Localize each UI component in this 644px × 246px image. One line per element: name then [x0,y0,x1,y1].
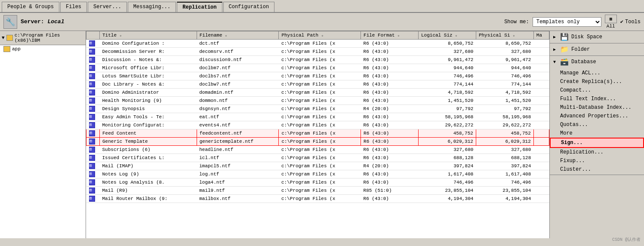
files-table: Title ⬦ Filename ⬦ Physical Path ⬦ File … [86,31,549,203]
right-content: Title ⬦ Filename ⬦ Physical Path ⬦ File … [86,31,644,238]
menu-item-compact---[interactable]: Compact... [550,86,644,95]
database-icon: 🗃️ [560,58,569,66]
row-max [533,64,549,72]
section-label: Folder [571,46,590,52]
row-filename: events4.ntf [197,121,279,129]
tools-button[interactable]: ✔ Tools [620,18,641,25]
menu-item-more[interactable]: More [550,129,644,138]
row-logical: 688,128 [418,154,476,162]
all-button[interactable]: ▦ All [605,15,617,29]
col-title[interactable]: Title ⬦ [100,31,197,40]
row-title: Discussion - Notes &: [100,56,197,64]
row-format: R6 (43:0) [361,146,419,154]
table-row[interactable]: Notes Log (9) log.ntf c:\Program Files (… [86,170,549,178]
menu-section-header-database[interactable]: ▼🗃️Database [550,56,644,68]
row-icon [86,40,100,48]
col-logical[interactable]: Logical Siz ⬦ [418,31,476,40]
row-logical: 4,194,304 [418,195,476,203]
row-max [533,162,549,170]
row-path: c:\Program Files (x [279,72,361,80]
table-row[interactable]: Decommission Server R: decomsrv.ntf c:\P… [86,48,549,56]
table-row[interactable]: Easy Admin Tools - Te: eat.ntf c:\Progra… [86,113,549,121]
tab-messaging---[interactable]: Messaging... [128,2,176,12]
col-filename[interactable]: Filename ⬦ [197,31,279,40]
section-arrow: ▶ [553,47,556,52]
tab-replication[interactable]: Replication [177,2,222,12]
table-header: Title ⬦ Filename ⬦ Physical Path ⬦ File … [86,31,549,40]
row-logical: 1,617,408 [418,170,476,178]
row-path: c:\Program Files (x [279,162,361,170]
row-icon [86,97,100,105]
row-path: c:\Program Files (x [279,56,361,64]
tree-collapse-arrow[interactable]: ▼ [2,35,5,40]
row-logical: 97,792 [418,105,476,113]
row-max [533,121,549,129]
table-row[interactable]: Doc Library - Notes &: doclbw7.ntf c:\Pr… [86,80,549,89]
menu-item-multi-database-index---[interactable]: Multi-Database Index... [550,103,644,112]
table-row[interactable]: Lotus SmartSuite Libr: doclbs7.ntf c:\Pr… [86,72,549,80]
table-row[interactable]: Notes Log Analysis (8. loga4.ntf c:\Prog… [86,178,549,187]
menu-item-cluster---[interactable]: Cluster... [550,165,644,174]
row-filename: dct.ntf [197,40,279,48]
table-row[interactable]: Issued Certificates L: icl.ntf c:\Progra… [86,154,549,162]
show-me-label: Show me: [504,19,529,25]
menu-item-quotas---[interactable]: Quotas... [550,120,644,129]
row-icon [86,178,100,187]
table-row[interactable]: Mail (R9) mail9.ntf c:\Program Files (x … [86,187,549,195]
col-physical[interactable]: Physical Si ⬦ [476,31,533,40]
row-format: R85 (51:0) [361,187,419,195]
menu-section-header-folder[interactable]: ▶📁Folder [550,43,644,55]
menu-item-manage-acl---[interactable]: Manage ACL... [550,69,644,77]
folder-icon: 📁 [560,45,569,54]
row-title: Generic Template [100,138,197,146]
tab-server---[interactable]: Server... [88,2,127,12]
menu-item-sign---[interactable]: Sign... [550,138,644,148]
table-row[interactable]: Mail (IMAP) imapcl5.ntf c:\Program Files… [86,162,549,170]
menu-item-replication---[interactable]: Replication... [550,148,644,157]
menu-item-create-replica-s----[interactable]: Create Replica(s)... [550,77,644,86]
row-physical: 29,622,272 [476,121,533,129]
row-icon [86,138,100,146]
app-folder[interactable]: app [0,45,86,53]
row-logical: 8,650,752 [418,40,476,48]
table-row[interactable]: Domino Administrator domadmin.ntf c:\Pro… [86,89,549,97]
tab-people---groups[interactable]: People & Groups [2,2,59,12]
row-icon [86,170,100,178]
app-folder-label: app [12,46,21,52]
show-me-select[interactable]: Templates onlyAll databasesModified only [533,17,601,27]
row-icon [86,162,100,170]
row-format: R6 (43:0) [361,129,419,138]
table-row[interactable]: Mail Router Mailbox (9: mailbox.ntf c:\P… [86,195,549,203]
table-row[interactable]: Domino Configuration : dct.ntf c:\Progra… [86,40,549,48]
row-title: Lotus SmartSuite Libr: [100,72,197,80]
menu-item-full-text-index---[interactable]: Full Text Index... [550,95,644,103]
row-icon [86,56,100,64]
table-row[interactable]: Health Monitoring (9) dommon.ntf c:\Prog… [86,97,549,105]
menu-section-header-disk-space[interactable]: ▶💾Disk Space [550,31,644,43]
table-row[interactable]: Design Synopsis dsgnsyn.ntf c:\Program F… [86,105,549,113]
row-logical: 9,961,472 [418,56,476,64]
menu-item-advanced-properties---[interactable]: Advanced Properties... [550,112,644,120]
row-max [533,154,549,162]
col-path[interactable]: Physical Path ⬦ [279,31,361,40]
table-row[interactable]: Generic Template generictemplate.ntf c:\… [86,138,549,146]
watermark: CSDN @认作者 [612,237,641,238]
row-format: R6 (43:0) [361,195,419,203]
table-row[interactable]: Microsoft Office Libr: doclbm7.ntf c:\Pr… [86,64,549,72]
table-row[interactable]: Discussion - Notes &: discussion9.ntf c:… [86,56,549,64]
row-title: Mail Router Mailbox (9: [100,195,197,203]
row-max [533,129,549,138]
tab-configuration[interactable]: Configuration [223,2,275,12]
table-row[interactable]: Subscriptions (6) headline.ntf c:\Progra… [86,146,549,154]
tab-files[interactable]: Files [60,2,87,12]
col-format[interactable]: File Format ⬦ [361,31,419,40]
row-icon [86,146,100,154]
row-physical: 1,451,520 [476,97,533,105]
row-filename: dsgnsyn.ntf [197,105,279,113]
col-max[interactable]: Ma [533,31,549,40]
menu-item-fixup---[interactable]: Fixup... [550,157,644,165]
table-row[interactable]: Monitoring Configurat: events4.ntf c:\Pr… [86,121,549,129]
menu-section-database: ▼🗃️DatabaseManage ACL...Create Replica(s… [550,56,644,175]
table-row[interactable]: Feed Content feedcontent.ntf c:\Program … [86,129,549,138]
menu-items-database: Manage ACL...Create Replica(s)...Compact… [550,68,644,175]
